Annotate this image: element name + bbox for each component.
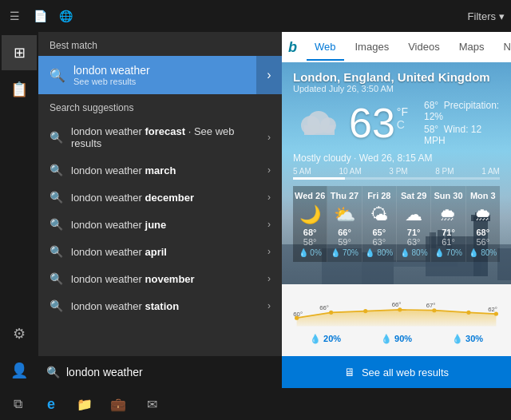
suggestion-item-march[interactable]: 🔍 london weather march › [38,157,282,184]
forecast-low-1: 59° [338,237,351,247]
forecast-precip-4: 💧 70% [434,248,462,257]
forecast-low-3: 63° [407,237,421,247]
weather-unit-c: C [397,118,408,131]
search-bar: 🔍 [38,356,282,388]
suggestion-item-april[interactable]: 🔍 london weather april › [38,238,282,265]
weather-updated: Updated July 26, 3:50 AM [293,84,500,93]
forecast-sat[interactable]: Sat 29 ☁ 71° 63° 💧 80% [397,186,431,262]
tab-web[interactable]: Web [307,34,344,61]
nav-settings-icon[interactable]: ⚙ [2,316,37,351]
timeline-8pm: 8 PM [435,167,454,176]
forecast-low-2: 63° [373,237,386,247]
best-match-item[interactable]: 🔍 london weather See web results › [38,56,282,94]
forecast-high-0: 68° [303,228,317,237]
document-icon[interactable]: 📄 [32,8,48,24]
nav-person-icon[interactable]: 👤 [2,353,37,388]
suggestion-search-icon-5: 🔍 [50,272,63,285]
suggestion-arrow-4: › [267,246,271,257]
tab-videos[interactable]: Videos [400,34,448,61]
suggestion-item-june[interactable]: 🔍 london weather june › [38,211,282,238]
see-all-button[interactable]: 🖥 See all web results [282,356,511,388]
forecast-sun[interactable]: Sun 30 🌧 71° 61° 💧 70% [431,186,465,262]
see-all-window-icon: 🖥 [344,366,355,378]
best-match-arrow-icon[interactable]: › [256,56,282,94]
forecast-icon-0: 🌙 [299,204,321,225]
forecast-precip-2: 💧 80% [365,248,393,257]
best-match-subtitle: See web results [73,77,271,86]
explorer-icon[interactable]: 📁 [73,393,96,415]
forecast-wed[interactable]: Wed 26 🌙 68° 58° 💧 0% [293,186,327,262]
sidebar: Best match 🔍 london weather See web resu… [38,32,282,388]
nav-notes-icon[interactable]: 📋 [2,72,37,107]
filters-button[interactable]: Filters ▾ [468,10,505,22]
suggestion-search-icon-2: 🔍 [50,191,63,204]
suggestion-text-4: london weather april [71,246,267,258]
forecast-icon-5: 🌧 [474,204,492,225]
edge-icon[interactable]: e [40,393,62,415]
suggestion-arrow-5: › [267,273,271,284]
weather-unit-f: °F [397,105,408,118]
taskview-icon[interactable]: ⧉ [6,393,29,415]
timeline-10am: 10 AM [339,167,361,176]
chart-precip-2: 💧 90% [381,334,412,344]
forecast-thu[interactable]: Thu 27 ⛅ 66° 59° 💧 70% [327,186,362,262]
forecast-precip-3: 💧 80% [400,248,428,257]
suggestion-item-station[interactable]: 🔍 london weather station › [38,292,282,319]
forecast-day-name-1: Thu 27 [331,191,358,200]
hamburger-icon[interactable]: ☰ [6,8,22,24]
suggestion-search-icon-6: 🔍 [50,299,63,312]
forecast-fri[interactable]: Fri 28 🌤 65° 63° 💧 80% [362,186,397,262]
forecast-icon-1: ⛅ [334,204,355,225]
suggestion-search-icon-1: 🔍 [50,164,63,176]
mail-icon[interactable]: ✉ [141,393,163,415]
store-icon[interactable]: 💼 [107,393,129,415]
forecast-precip-0: 💧 0% [299,248,322,257]
forecast-precip-5: 💧 80% [469,248,497,257]
svg-point-19 [363,309,367,313]
search-bar-icon: 🔍 [46,366,60,378]
svg-point-18 [329,311,333,315]
svg-point-22 [466,311,470,315]
timeline-1am: 1 AM [481,167,500,176]
svg-text:66°: 66° [392,301,402,308]
suggestion-search-icon-3: 🔍 [50,218,63,231]
suggestion-search-icon-0: 🔍 [50,131,63,144]
tab-news[interactable]: News [495,34,511,61]
suggestion-item-december[interactable]: 🔍 london weather december › [38,184,282,211]
search-icon: 🔍 [50,68,65,83]
weather-bg: London, England, United Kingdom Updated … [282,62,511,284]
forecast-low-0: 58° [303,237,317,247]
suggestion-search-icon-4: 🔍 [50,245,63,258]
svg-rect-16 [304,125,335,135]
chevron-down-icon: ▾ [499,10,505,22]
search-input[interactable] [66,366,274,378]
forecast-mon[interactable]: Mon 3 🌧 68° 56° 💧 80% [466,186,500,262]
see-all-label: See all web results [362,367,449,378]
globe-icon[interactable]: 🌐 [57,8,73,24]
nav-home-icon[interactable]: ⊞ [2,35,37,70]
suggestion-arrow-2: › [267,192,271,203]
suggestion-item-november[interactable]: 🔍 london weather november › [38,265,282,292]
tab-maps[interactable]: Maps [451,34,493,61]
forecast-day-name-3: Sat 29 [401,191,426,200]
tab-images[interactable]: Images [347,34,398,61]
forecast-day-name-4: Sun 30 [434,191,462,200]
weather-panel: b Web Images Videos Maps News [282,32,511,388]
forecast-high-2: 65° [373,228,386,237]
suggestion-arrow-1: › [267,164,271,176]
bing-tabs: b Web Images Videos Maps News [282,32,511,62]
bottom-taskbar: ⧉ e 📁 💼 ✉ [0,388,511,420]
chart-area: 66° 66° 67° 62° 60° 💧 20% 💧 90% 💧 30% [282,284,511,356]
main-content: ⊞ 📋 ⚙ 👤 Best match 🔍 london weather See … [0,32,511,388]
svg-text:60°: 60° [293,311,303,318]
suggestion-text-6: london weather station [71,300,267,312]
svg-text:67°: 67° [426,302,436,309]
forecast-low-4: 61° [442,237,455,247]
suggestion-text-2: london weather december [71,192,267,204]
filters-label: Filters [468,10,496,22]
bing-logo: b [288,39,297,56]
suggestion-item-forecast[interactable]: 🔍 london weather forecast · See web resu… [38,118,282,157]
top-taskbar: ☰ 📄 🌐 Filters ▾ [0,0,511,32]
left-nav: ⊞ 📋 ⚙ 👤 [0,32,38,388]
forecast-icon-2: 🌤 [370,204,388,225]
